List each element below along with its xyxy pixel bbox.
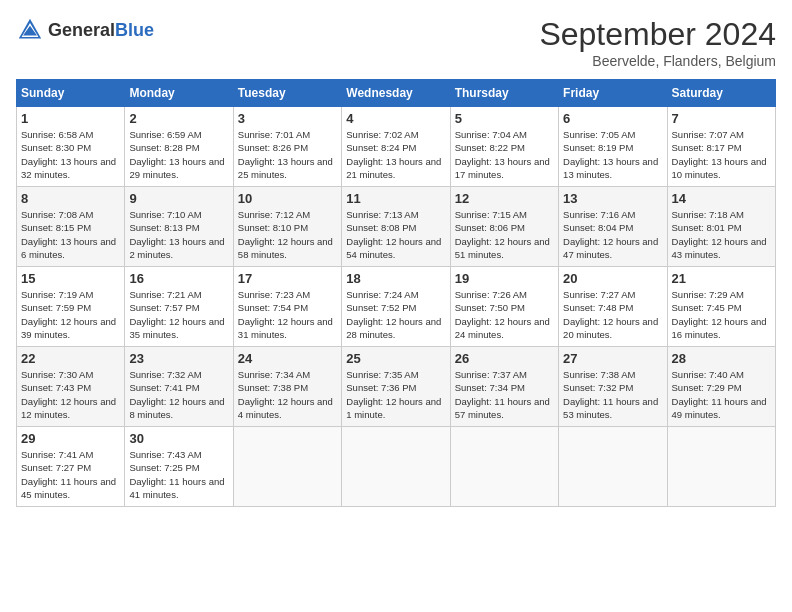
col-tuesday: Tuesday: [233, 80, 341, 107]
table-row: 18Sunrise: 7:24 AMSunset: 7:52 PMDayligh…: [342, 267, 450, 347]
table-row: [667, 427, 775, 507]
logo-text-blue: Blue: [115, 20, 154, 40]
title-block: September 2024 Beervelde, Flanders, Belg…: [539, 16, 776, 69]
table-row: 29Sunrise: 7:41 AMSunset: 7:27 PMDayligh…: [17, 427, 125, 507]
table-row: 27Sunrise: 7:38 AMSunset: 7:32 PMDayligh…: [559, 347, 667, 427]
table-row: 16Sunrise: 7:21 AMSunset: 7:57 PMDayligh…: [125, 267, 233, 347]
table-row: 26Sunrise: 7:37 AMSunset: 7:34 PMDayligh…: [450, 347, 558, 427]
location-title: Beervelde, Flanders, Belgium: [539, 53, 776, 69]
page-header: GeneralBlue September 2024 Beervelde, Fl…: [16, 16, 776, 69]
table-row: 23Sunrise: 7:32 AMSunset: 7:41 PMDayligh…: [125, 347, 233, 427]
col-friday: Friday: [559, 80, 667, 107]
table-row: 8Sunrise: 7:08 AMSunset: 8:15 PMDaylight…: [17, 187, 125, 267]
table-row: 12Sunrise: 7:15 AMSunset: 8:06 PMDayligh…: [450, 187, 558, 267]
table-row: 30Sunrise: 7:43 AMSunset: 7:25 PMDayligh…: [125, 427, 233, 507]
table-row: [450, 427, 558, 507]
logo-icon: [16, 16, 44, 44]
table-row: 7Sunrise: 7:07 AMSunset: 8:17 PMDaylight…: [667, 107, 775, 187]
col-wednesday: Wednesday: [342, 80, 450, 107]
table-row: 4Sunrise: 7:02 AMSunset: 8:24 PMDaylight…: [342, 107, 450, 187]
logo: GeneralBlue: [16, 16, 154, 44]
logo-text-general: General: [48, 20, 115, 40]
table-row: 28Sunrise: 7:40 AMSunset: 7:29 PMDayligh…: [667, 347, 775, 427]
table-row: 10Sunrise: 7:12 AMSunset: 8:10 PMDayligh…: [233, 187, 341, 267]
table-row: 24Sunrise: 7:34 AMSunset: 7:38 PMDayligh…: [233, 347, 341, 427]
table-row: 15Sunrise: 7:19 AMSunset: 7:59 PMDayligh…: [17, 267, 125, 347]
table-row: 21Sunrise: 7:29 AMSunset: 7:45 PMDayligh…: [667, 267, 775, 347]
table-row: 19Sunrise: 7:26 AMSunset: 7:50 PMDayligh…: [450, 267, 558, 347]
table-row: 5Sunrise: 7:04 AMSunset: 8:22 PMDaylight…: [450, 107, 558, 187]
calendar-table: Sunday Monday Tuesday Wednesday Thursday…: [16, 79, 776, 507]
table-row: 9Sunrise: 7:10 AMSunset: 8:13 PMDaylight…: [125, 187, 233, 267]
table-row: 20Sunrise: 7:27 AMSunset: 7:48 PMDayligh…: [559, 267, 667, 347]
table-row: 25Sunrise: 7:35 AMSunset: 7:36 PMDayligh…: [342, 347, 450, 427]
table-row: 2Sunrise: 6:59 AMSunset: 8:28 PMDaylight…: [125, 107, 233, 187]
month-title: September 2024: [539, 16, 776, 53]
col-monday: Monday: [125, 80, 233, 107]
calendar-week-0: 1Sunrise: 6:58 AMSunset: 8:30 PMDaylight…: [17, 107, 776, 187]
calendar-week-2: 15Sunrise: 7:19 AMSunset: 7:59 PMDayligh…: [17, 267, 776, 347]
calendar-header-row: Sunday Monday Tuesday Wednesday Thursday…: [17, 80, 776, 107]
calendar-week-4: 29Sunrise: 7:41 AMSunset: 7:27 PMDayligh…: [17, 427, 776, 507]
table-row: 1Sunrise: 6:58 AMSunset: 8:30 PMDaylight…: [17, 107, 125, 187]
col-thursday: Thursday: [450, 80, 558, 107]
col-saturday: Saturday: [667, 80, 775, 107]
col-sunday: Sunday: [17, 80, 125, 107]
table-row: [559, 427, 667, 507]
table-row: 11Sunrise: 7:13 AMSunset: 8:08 PMDayligh…: [342, 187, 450, 267]
calendar-week-1: 8Sunrise: 7:08 AMSunset: 8:15 PMDaylight…: [17, 187, 776, 267]
table-row: 3Sunrise: 7:01 AMSunset: 8:26 PMDaylight…: [233, 107, 341, 187]
table-row: 17Sunrise: 7:23 AMSunset: 7:54 PMDayligh…: [233, 267, 341, 347]
calendar-week-3: 22Sunrise: 7:30 AMSunset: 7:43 PMDayligh…: [17, 347, 776, 427]
table-row: [233, 427, 341, 507]
table-row: 14Sunrise: 7:18 AMSunset: 8:01 PMDayligh…: [667, 187, 775, 267]
table-row: 22Sunrise: 7:30 AMSunset: 7:43 PMDayligh…: [17, 347, 125, 427]
table-row: [342, 427, 450, 507]
table-row: 13Sunrise: 7:16 AMSunset: 8:04 PMDayligh…: [559, 187, 667, 267]
table-row: 6Sunrise: 7:05 AMSunset: 8:19 PMDaylight…: [559, 107, 667, 187]
